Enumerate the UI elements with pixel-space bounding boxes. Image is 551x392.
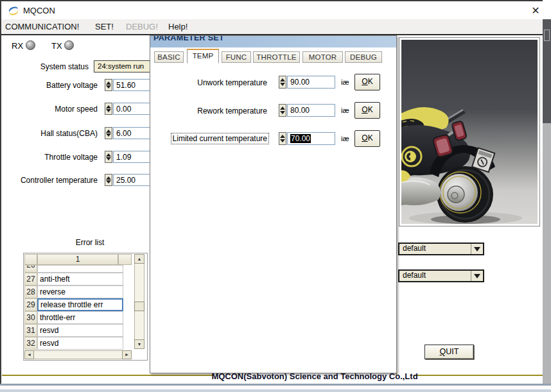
motorcycle-photo xyxy=(399,37,540,226)
tx-label: TX xyxy=(51,41,62,51)
scroll-down-icon[interactable]: ▼ xyxy=(134,339,144,349)
throttle-voltage-label: Throttle voltage xyxy=(0,153,98,162)
profile-dropdown-1[interactable]: default xyxy=(398,243,484,255)
system-status-label: System status xyxy=(0,62,89,71)
hall-status-label: Hall status(CBA) xyxy=(0,129,98,138)
spinner-up-icon[interactable] xyxy=(280,107,285,110)
window-left-border xyxy=(0,0,1,386)
bottom-strip-shadow xyxy=(0,389,551,392)
table-row[interactable]: throttle-err xyxy=(37,311,123,324)
ok-button-limited-current[interactable]: OK xyxy=(354,130,380,147)
table-row[interactable]: resvd xyxy=(37,324,123,337)
row-number-32[interactable]: 32 xyxy=(24,337,37,350)
table-row[interactable]: resvd xyxy=(37,337,123,350)
menu-set[interactable]: SET! xyxy=(95,22,114,31)
tab-motor[interactable]: MOTOR xyxy=(302,51,343,63)
v-scrollbar-thumb[interactable] xyxy=(134,302,144,311)
tab-temp[interactable]: TEMP xyxy=(187,49,219,64)
controller-temperature-spinner[interactable] xyxy=(105,174,112,186)
motorcycle-illustration xyxy=(401,40,538,224)
background-scrollbar-thumb xyxy=(544,30,550,41)
tab-debug[interactable]: DEBUG xyxy=(345,51,382,63)
spinner-up-icon[interactable] xyxy=(106,105,111,108)
spinner-down-icon[interactable] xyxy=(280,139,285,142)
spinner-down-icon[interactable] xyxy=(106,109,111,112)
hall-status-spinner[interactable] xyxy=(105,127,112,139)
scroll-right-icon[interactable]: ► xyxy=(122,350,132,359)
close-icon[interactable]: ✕ xyxy=(528,4,543,18)
spinner-down-icon[interactable] xyxy=(106,85,111,89)
rx-led-indicator xyxy=(26,40,35,50)
spinner-up-icon[interactable] xyxy=(106,176,111,180)
menu-communication[interactable]: COMMUNICATION! xyxy=(5,22,79,31)
row-number-29[interactable]: 29 xyxy=(24,298,37,311)
spinner-down-icon[interactable] xyxy=(106,157,111,160)
error-list-title: Error list xyxy=(58,238,122,247)
rx-label: RX xyxy=(12,41,23,51)
app-logo-icon xyxy=(7,4,20,17)
spinner-down-icon[interactable] xyxy=(106,133,111,137)
table-row-selected[interactable]: release throttle err xyxy=(37,298,123,311)
spinner-up-icon[interactable] xyxy=(106,153,111,157)
table-row[interactable]: anti-theft xyxy=(37,273,123,285)
h-scrollbar-track[interactable] xyxy=(24,350,132,359)
table-row[interactable] xyxy=(37,265,123,273)
row-number-26[interactable]: 26 xyxy=(24,265,37,273)
table-corner-cell[interactable] xyxy=(24,254,37,265)
dialog-title: PARAMETER SET xyxy=(150,36,396,42)
rework-temperature-field[interactable]: 80.00 xyxy=(287,104,335,117)
table-row[interactable]: reverse xyxy=(37,285,123,298)
spinner-down-icon[interactable] xyxy=(280,83,285,86)
title-bar: MQCON ✕ xyxy=(1,1,543,19)
ok-button-unwork[interactable]: OK xyxy=(354,74,380,90)
profile-dropdown-2[interactable]: default xyxy=(398,269,484,282)
limited-current-temperature-label: Limited current temperature xyxy=(150,133,269,144)
limited-current-temperature-field[interactable]: 70.00 xyxy=(287,132,335,145)
selected-value: 70.00 xyxy=(290,134,311,143)
spinner-up-icon[interactable] xyxy=(106,130,111,133)
rework-temperature-label: Rework temperature xyxy=(150,107,267,115)
table-column-header[interactable]: 1 xyxy=(37,254,118,265)
limited-current-temperature-spinner[interactable] xyxy=(279,132,286,145)
unit-label: iæ xyxy=(341,107,349,114)
scroll-left-icon[interactable]: ◄ xyxy=(24,350,34,359)
parameter-set-dialog: PARAMETER SET BASIC TEMP FUNC THROTTLE M… xyxy=(150,35,397,373)
tab-basic[interactable]: BASIC xyxy=(154,51,184,63)
row-number-30[interactable]: 30 xyxy=(24,311,37,324)
ok-button-rework[interactable]: OK xyxy=(354,102,380,119)
dialog-title-bar[interactable]: PARAMETER SET xyxy=(150,36,396,47)
unit-label: iæ xyxy=(341,135,349,142)
quit-button[interactable]: QUIT xyxy=(424,345,474,359)
row-number-28[interactable]: 28 xyxy=(24,285,37,298)
spinner-down-icon[interactable] xyxy=(106,180,111,183)
unit-label: iæ xyxy=(341,78,349,86)
unwork-temperature-label: Unwork temperature xyxy=(150,78,267,87)
table-header-filler xyxy=(118,254,132,265)
unwork-temperature-spinner[interactable] xyxy=(279,76,286,89)
window-title: MQCON xyxy=(23,6,55,15)
tx-led-indicator xyxy=(64,40,74,50)
tab-func[interactable]: FUNC xyxy=(222,51,251,63)
tab-throttle[interactable]: THROTTLE xyxy=(253,51,300,63)
throttle-voltage-spinner[interactable] xyxy=(105,151,112,163)
rework-temperature-spinner[interactable] xyxy=(279,104,286,117)
spinner-up-icon[interactable] xyxy=(106,81,111,85)
chevron-down-icon[interactable] xyxy=(471,244,483,254)
spinner-up-icon[interactable] xyxy=(280,135,285,138)
row-number-31[interactable]: 31 xyxy=(24,324,37,337)
unwork-temperature-field[interactable]: 90.00 xyxy=(287,76,335,89)
spinner-down-icon[interactable] xyxy=(280,111,285,114)
menu-help[interactable]: Help! xyxy=(168,22,188,31)
row-number-27[interactable]: 27 xyxy=(24,273,37,285)
chevron-down-icon[interactable] xyxy=(471,271,483,281)
focus-rectangle: Limited current temperature xyxy=(171,133,269,144)
spinner-up-icon[interactable] xyxy=(280,78,285,81)
battery-voltage-label: Battery voltage xyxy=(0,81,98,90)
scroll-up-icon[interactable]: ▲ xyxy=(134,254,144,264)
battery-voltage-spinner[interactable] xyxy=(105,79,112,91)
controller-temperature-label: Controller temperature xyxy=(0,176,98,185)
motor-speed-label: Motor speed xyxy=(0,105,98,114)
motor-speed-spinner[interactable] xyxy=(105,103,112,115)
background-scrollbar-track xyxy=(543,123,551,384)
menu-bar: COMMUNICATION! SET! DEBUG! Help! xyxy=(1,19,543,35)
